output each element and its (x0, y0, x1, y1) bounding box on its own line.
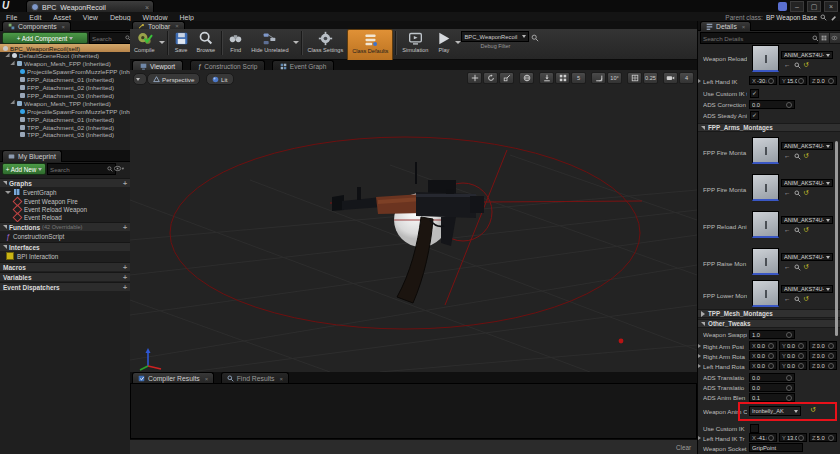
value-dial-icon[interactable] (786, 332, 792, 338)
simulation-button[interactable]: Simulation (398, 29, 432, 61)
asset-select[interactable]: ANIM_AKS74U-Fir (781, 142, 833, 150)
reset-property-icon[interactable]: ↺ (804, 190, 809, 197)
add-function-icon[interactable]: + (123, 224, 127, 231)
value-dial-icon[interactable] (768, 363, 774, 369)
vector-x-field[interactable]: X-30.0 (749, 76, 777, 85)
scale-snap-button[interactable] (627, 72, 642, 84)
vector-z-field[interactable]: Z0.0 (809, 361, 837, 370)
value-dial-icon[interactable] (828, 363, 834, 369)
animation-thumbnail[interactable] (752, 174, 779, 201)
value-dial-icon[interactable] (768, 78, 774, 84)
scale-tool-button[interactable] (499, 72, 514, 84)
reset-property-icon[interactable]: ↺ (804, 227, 809, 234)
graphs-section-header[interactable]: Graphs+ (0, 178, 130, 187)
tree-item-projectile-tpp[interactable]: ProjectileSpawnFromMuzzleTPP (Inherited) (0, 107, 131, 115)
value-dial-icon[interactable] (786, 385, 792, 391)
browse-button[interactable]: Browse (193, 29, 220, 61)
vector-z-field[interactable]: Z0.0 (809, 76, 837, 85)
find-button[interactable]: Find (224, 29, 247, 61)
browse-to-asset-icon[interactable] (794, 296, 801, 303)
components-search[interactable] (89, 32, 131, 44)
expander-icon[interactable] (698, 79, 701, 83)
grid-snap-button[interactable] (555, 72, 570, 84)
tpp-mesh-montages-header[interactable]: TPP_Mesh_Montages (698, 309, 840, 318)
asset-select[interactable]: ANIM_AKS74U-Rai (781, 253, 833, 261)
menu-edit[interactable]: Edit (23, 14, 47, 21)
vector-z-field[interactable]: Z0.0 (809, 351, 837, 360)
expander-icon[interactable] (5, 191, 11, 194)
add-dispatcher-icon[interactable]: + (123, 284, 127, 291)
vector-x-field[interactable]: X-41.0 (749, 433, 777, 442)
ads-anim-blend-field[interactable]: 0.1 (749, 393, 795, 402)
value-dial-icon[interactable] (798, 353, 804, 359)
expander-icon[interactable] (698, 436, 701, 440)
blueprint-search[interactable] (47, 163, 116, 175)
menu-debug[interactable]: Debug (104, 14, 137, 21)
browse-to-asset-icon[interactable] (794, 190, 801, 197)
weapon-anim-class-select[interactable]: Ironbelly_AK (749, 406, 801, 416)
asset-select[interactable]: ANIM_AKS74U-Low (781, 285, 833, 293)
value-dial-icon[interactable] (786, 375, 792, 381)
debug-search-icon[interactable] (531, 34, 539, 42)
edit-parent-icon[interactable] (830, 14, 837, 21)
scale-snap-value-button[interactable]: 0.25 (643, 72, 658, 84)
animation-thumbnail[interactable] (752, 248, 779, 275)
vector-y-field[interactable]: Y0.0 (779, 341, 807, 350)
value-dial-icon[interactable] (768, 353, 774, 359)
animation-thumbnail[interactable] (752, 280, 779, 307)
menu-help[interactable]: Help (173, 14, 199, 21)
ads-translation-field[interactable]: 0.0 (749, 373, 795, 382)
close-panel-icon[interactable]: × (742, 24, 746, 30)
rotation-snap-button[interactable] (591, 72, 606, 84)
variables-section-header[interactable]: Variables+ (0, 272, 130, 281)
weapon-socket-field[interactable]: GripPoint (749, 443, 803, 452)
compiler-results-output[interactable] (130, 383, 697, 439)
details-scrollbar[interactable] (835, 141, 838, 336)
fpp-arms-montages-header[interactable]: FPP_Arms_Montages (698, 123, 840, 132)
clear-results-button[interactable]: Clear (676, 444, 691, 451)
use-selected-icon[interactable]: ← (784, 153, 791, 160)
vector-y-field[interactable]: Y13.0 (779, 433, 807, 442)
close-panel-icon[interactable]: × (280, 376, 284, 382)
reset-property-icon[interactable]: ↺ (810, 406, 816, 414)
asset-select[interactable]: ANIM_AKS74U-AD (781, 179, 833, 187)
tree-item-weapon-mesh-fpp[interactable]: Weapon_Mesh_FPP (Inherited) (0, 60, 131, 68)
use-selected-icon[interactable]: ← (784, 190, 791, 197)
tree-item-fpp-attachment-03[interactable]: FPP_Attachment_03 (Inherited) (0, 91, 131, 99)
animation-thumbnail[interactable] (752, 137, 779, 164)
browse-to-asset-icon[interactable] (794, 264, 801, 271)
value-dial-icon[interactable] (828, 78, 834, 84)
vector-z-field[interactable]: Z5.0 (809, 433, 837, 442)
reset-property-icon[interactable]: ↺ (804, 62, 809, 69)
value-dial-icon[interactable] (798, 435, 804, 441)
vector-x-field[interactable]: X0.0 (749, 341, 777, 350)
hide-unrelated-options-icon[interactable] (293, 41, 299, 44)
asset-select[interactable]: ANIM_AKS74U-Rel (781, 216, 833, 224)
compile-options-icon[interactable] (159, 41, 165, 44)
browse-to-asset-icon[interactable] (794, 62, 801, 69)
tree-item-fpp-attachment-02[interactable]: FPP_Attachment_02 (Inherited) (0, 84, 131, 92)
camera-speed-value-button[interactable]: 4 (679, 72, 694, 84)
tab-details[interactable]: Details × (700, 21, 751, 31)
play-button[interactable]: Play (432, 29, 455, 61)
add-new-button[interactable]: + Add New (2, 163, 46, 175)
ads-translation-field[interactable]: 0.0 (749, 383, 795, 392)
tree-item-tpp-attachment-02[interactable]: TPP_Attachment_02 (Inherited) (0, 123, 131, 131)
use-selected-icon[interactable]: ← (784, 227, 791, 234)
tree-item-projectile-fpp[interactable]: ProjectileSpawnFromMuzzleFPP (Inherited) (0, 68, 131, 76)
hide-unrelated-button[interactable]: Hide Unrelated (247, 29, 292, 61)
value-dial-icon[interactable] (828, 343, 834, 349)
vector-y-field[interactable]: Y15.0 (779, 76, 807, 85)
surface-snap-button[interactable] (539, 72, 554, 84)
event-reload-weapon-item[interactable]: Event Reload Weapon (0, 205, 131, 213)
tree-item-weapon-mesh-tpp[interactable]: Weapon_Mesh_TPP (Inherited) (0, 99, 131, 107)
save-button[interactable]: Save (170, 29, 193, 61)
event-reload-item[interactable]: Event Reload (0, 213, 131, 221)
search-parent-icon[interactable] (820, 14, 827, 21)
expander-icon[interactable] (10, 100, 16, 106)
browse-to-asset-icon[interactable] (794, 153, 801, 160)
expander-icon[interactable] (698, 364, 701, 368)
tree-item-scene-root[interactable]: DefaultSceneRoot (Inherited) (0, 52, 131, 60)
ads-steady-checkbox[interactable]: ✓ (750, 111, 759, 120)
construction-script-item[interactable]: ƒConstructionScript (0, 232, 131, 240)
